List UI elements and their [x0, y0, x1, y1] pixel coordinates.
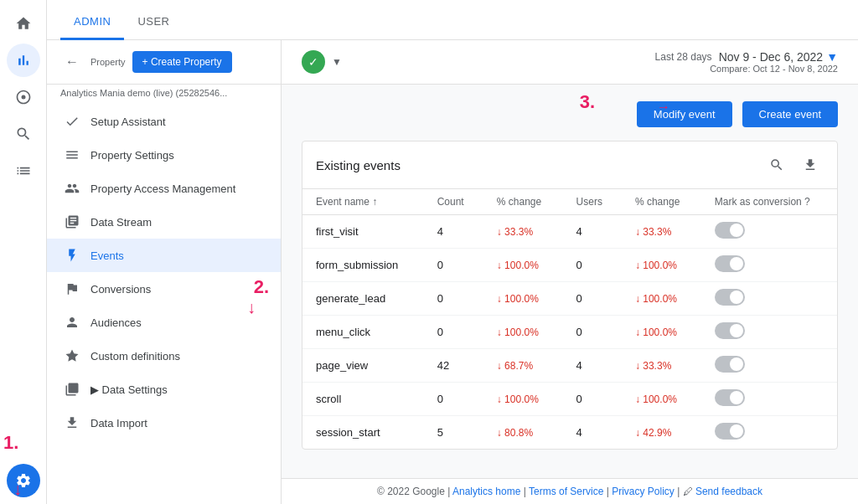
- sidebar-item-audiences[interactable]: Audiences: [47, 306, 281, 339]
- property-name: Analytics Mania demo (live) (25282546...: [47, 85, 281, 105]
- last-days-label: Last 28 days: [655, 51, 712, 63]
- download-table-button[interactable]: [797, 152, 824, 178]
- check-icon: [64, 113, 80, 130]
- dropdown-arrow[interactable]: ▼: [332, 56, 342, 68]
- custom-definitions-label: Custom definitions: [90, 350, 180, 363]
- table-row: form_submission 0 ↓ 100.0% 0 ↓ 100.0%: [302, 249, 837, 282]
- svg-point-0: [21, 95, 25, 100]
- modify-event-button[interactable]: Modify event: [637, 101, 732, 127]
- home-icon[interactable]: [7, 7, 40, 40]
- table-row: menu_click 0 ↓ 100.0% 0 ↓ 100.0%: [302, 316, 837, 349]
- count-cell: 0: [424, 282, 483, 316]
- conversion-toggle[interactable]: [715, 255, 745, 272]
- people-icon: [64, 180, 80, 197]
- step3-label: 3.: [580, 91, 595, 113]
- count-change-cell: ↓ 100.0%: [483, 316, 563, 349]
- audience-icon: [64, 314, 80, 331]
- count-change-cell: ↓ 100.0%: [483, 282, 563, 316]
- sidebar-item-conversions[interactable]: Conversions: [47, 272, 281, 306]
- sidebar-item-events[interactable]: Events: [47, 239, 281, 272]
- footer: © 2022 Google | Analytics home | Terms o…: [282, 478, 858, 504]
- tab-user[interactable]: USER: [124, 5, 183, 40]
- conversion-toggle[interactable]: [715, 356, 745, 373]
- top-tabs: ADMIN USER: [47, 0, 858, 40]
- event-name-cell: page_view: [302, 349, 424, 383]
- event-name-cell: form_submission: [302, 249, 424, 282]
- header-right: Last 28 days Nov 9 - Dec 6, 2022 ▼ Compa…: [655, 50, 838, 74]
- count-change-cell: ↓ 33.3%: [483, 215, 563, 249]
- create-property-button[interactable]: + Create Property: [132, 51, 232, 73]
- back-button[interactable]: ←: [60, 50, 84, 74]
- users-change-cell: ↓ 100.0%: [622, 316, 701, 349]
- date-range[interactable]: Last 28 days Nov 9 - Dec 6, 2022 ▼: [655, 50, 838, 64]
- step3-arrow: →: [657, 100, 670, 115]
- count-change-cell: ↓ 100.0%: [483, 383, 563, 416]
- col-users: Users: [563, 189, 622, 215]
- search-table-button[interactable]: [763, 152, 790, 178]
- sidebar-item-property-settings[interactable]: Property Settings: [47, 138, 281, 172]
- count-change-cell: ↓ 80.8%: [483, 416, 563, 450]
- list-icon[interactable]: [7, 154, 40, 188]
- toggle-cell[interactable]: [701, 416, 837, 450]
- table-actions: [763, 152, 824, 178]
- privacy-link[interactable]: Privacy Policy: [612, 486, 675, 497]
- conversion-toggle[interactable]: [715, 389, 745, 406]
- count-cell: 4: [424, 215, 483, 249]
- target-icon[interactable]: [7, 80, 40, 114]
- sidebar-item-data-stream[interactable]: Data Stream: [47, 205, 281, 239]
- count-cell: 0: [424, 316, 483, 349]
- property-settings-label: Property Settings: [90, 149, 174, 162]
- count-cell: 5: [424, 416, 483, 450]
- sidebar: ← Property + Create Property Analytics M…: [47, 40, 282, 504]
- count-cell: 0: [424, 249, 483, 282]
- tab-admin[interactable]: ADMIN: [60, 5, 124, 40]
- users-cell: 4: [563, 416, 622, 450]
- toggle-cell[interactable]: [701, 383, 837, 416]
- create-event-button[interactable]: Create event: [742, 101, 838, 127]
- data-settings-label: ▶ Data Settings: [90, 383, 168, 396]
- conversion-toggle[interactable]: [715, 289, 745, 306]
- date-range-value: Nov 9 - Dec 6, 2022: [719, 50, 824, 64]
- send-feedback-link[interactable]: Send feedback: [695, 486, 762, 497]
- search-icon[interactable]: [7, 117, 40, 151]
- copyright: © 2022 Google: [377, 486, 445, 497]
- col-users-change: % change: [622, 189, 701, 215]
- audiences-label: Audiences: [90, 316, 142, 329]
- table-row: scroll 0 ↓ 100.0% 0 ↓ 100.0%: [302, 383, 837, 416]
- toggle-cell[interactable]: [701, 249, 837, 282]
- sidebar-item-data-settings[interactable]: ▶ Data Settings: [47, 373, 281, 406]
- toggle-cell[interactable]: [701, 316, 837, 349]
- toggle-cell[interactable]: [701, 349, 837, 383]
- toggle-cell[interactable]: [701, 215, 837, 249]
- table-header-row: Existing events: [302, 141, 837, 189]
- table-header: Event name ↑ Count % change Users % chan…: [302, 189, 837, 215]
- conversion-toggle[interactable]: [715, 322, 745, 339]
- property-label: Property: [90, 57, 126, 67]
- panel-header: ✓ ▼ Last 28 days Nov 9 - Dec 6, 2022 ▼ C…: [282, 40, 858, 85]
- conversion-toggle[interactable]: [715, 423, 745, 440]
- col-count: Count: [424, 189, 483, 215]
- data-import-label: Data Import: [90, 417, 147, 429]
- event-name-cell: generate_lead: [302, 282, 424, 316]
- compare-text: Compare: Oct 12 - Nov 8, 2022: [710, 64, 838, 74]
- event-name-cell: menu_click: [302, 316, 424, 349]
- events-label: Events: [90, 249, 124, 262]
- count-cell: 0: [424, 383, 483, 416]
- custom-icon: [64, 347, 80, 364]
- sidebar-item-setup-assistant[interactable]: Setup Assistant: [47, 105, 281, 138]
- toggle-cell[interactable]: [701, 282, 837, 316]
- terms-link[interactable]: Terms of Service: [529, 486, 603, 497]
- date-dropdown-arrow: ▼: [826, 50, 838, 64]
- analytics-home-link[interactable]: Analytics home: [452, 486, 520, 497]
- table-row: generate_lead 0 ↓ 100.0% 0 ↓ 100.0%: [302, 282, 837, 316]
- header-left: ✓ ▼: [302, 50, 342, 74]
- conversion-toggle[interactable]: [715, 222, 745, 239]
- users-change-cell: ↓ 42.9%: [622, 416, 701, 450]
- data-settings-icon: [64, 381, 80, 398]
- events-container: 3. → Modify event Create event Existing …: [282, 85, 858, 478]
- sidebar-item-data-import[interactable]: Data Import: [47, 406, 281, 440]
- sidebar-item-custom-definitions[interactable]: Custom definitions: [47, 339, 281, 373]
- sidebar-item-property-access[interactable]: Property Access Management: [47, 172, 281, 205]
- chart-icon[interactable]: [7, 44, 40, 77]
- gear-icon[interactable]: [7, 464, 40, 497]
